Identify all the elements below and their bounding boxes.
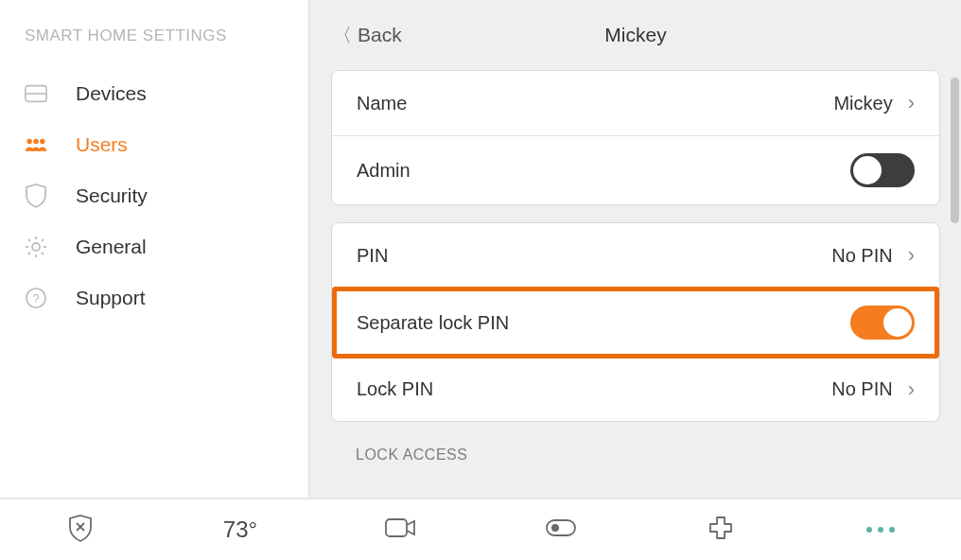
users-icon [25,133,47,156]
sidebar-title: SMART HOME SETTINGS [0,26,308,68]
camera-icon [384,517,416,542]
pin-section: PIN No PIN › Separate lock PIN Lock P [331,222,940,422]
svg-text:?: ? [32,291,39,306]
chevron-left-icon: 〈 [333,23,352,48]
gear-icon [25,236,47,258]
lock-access-header: LOCK ACCESS [310,439,961,467]
svg-point-20 [551,524,559,532]
user-info-section: Name Mickey › Admin [331,70,940,205]
chevron-right-icon: › [908,245,915,266]
pin-label: PIN [357,245,388,267]
svg-line-13 [28,253,30,254]
sidebar-item-label: Support [76,287,146,309]
more-icon [866,527,895,533]
bb-more[interactable] [801,527,961,533]
sidebar-item-label: General [76,236,147,258]
row-name[interactable]: Name Mickey › [332,71,939,135]
name-label: Name [357,93,407,114]
svg-point-5 [32,243,40,251]
sidebar-item-users[interactable]: Users [0,119,308,170]
chevron-right-icon: › [908,93,915,114]
temperature-value: 73° [223,516,257,543]
sidebar-item-label: Users [76,133,128,156]
svg-line-12 [42,239,44,241]
svg-point-2 [26,139,31,144]
toggle-icon [545,518,577,541]
bb-camera[interactable] [321,517,480,542]
shield-icon [25,184,47,207]
content-scroll[interactable]: 〈 Back Mickey Name Mickey › Admin [310,0,961,498]
svg-rect-19 [547,520,575,535]
separate-lock-pin-toggle[interactable] [850,306,915,340]
lock-pin-label: Lock PIN [357,378,433,400]
lock-pin-value: No PIN [831,378,892,400]
scrollbar-thumb[interactable] [951,78,959,223]
back-button[interactable]: 〈 Back [333,23,402,48]
sidebar-item-security[interactable]: Security [0,170,308,221]
bb-toggle[interactable] [480,518,640,541]
back-label: Back [358,24,402,46]
devices-icon [25,82,47,105]
sidebar-item-label: Security [76,184,148,207]
plus-icon [708,516,733,544]
svg-rect-18 [386,519,407,536]
row-separate-lock-pin: Separate lock PIN [332,288,939,357]
shield-x-icon [68,514,93,546]
bb-security[interactable] [0,514,160,546]
admin-label: Admin [357,160,411,182]
name-value: Mickey [833,93,892,114]
svg-line-10 [28,239,30,241]
separate-lock-pin-label: Separate lock PIN [357,312,509,334]
row-pin[interactable]: PIN No PIN › [332,223,939,288]
pin-value: No PIN [831,245,892,267]
sidebar-item-support[interactable]: ? Support [0,272,308,324]
row-admin: Admin [332,135,939,204]
bottom-bar: 73° [0,498,961,560]
bb-temperature[interactable]: 73° [160,516,320,543]
row-lock-pin[interactable]: Lock PIN No PIN › [332,357,939,421]
bb-add[interactable] [640,516,800,544]
content-pane: 〈 Back Mickey Name Mickey › Admin [310,0,961,498]
svg-line-11 [42,253,44,254]
page-title: Mickey [604,24,666,46]
chevron-right-icon: › [908,379,915,400]
sidebar-item-general[interactable]: General [0,221,308,272]
svg-point-3 [33,139,38,144]
sidebar: SMART HOME SETTINGS Devices Users Securi… [0,0,310,498]
sidebar-item-label: Devices [76,82,147,105]
detail-header: 〈 Back Mickey [310,0,961,70]
svg-point-4 [40,139,44,144]
sidebar-item-devices[interactable]: Devices [0,68,308,119]
admin-toggle[interactable] [850,153,915,187]
help-icon: ? [25,287,47,309]
